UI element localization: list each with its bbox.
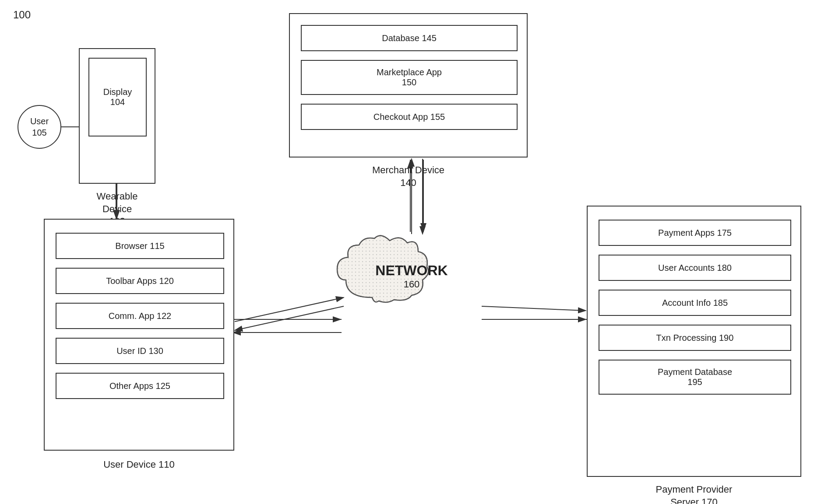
toolbar-apps-box: Toolbar Apps 120 (56, 268, 224, 294)
marketplace-app-box: Marketplace App150 (301, 60, 518, 95)
display-label: Display (103, 87, 132, 97)
checkout-app-label: Checkout App 155 (374, 112, 445, 122)
account-info-label: Account Info 185 (662, 298, 728, 308)
payment-database-label: Payment Database195 (658, 367, 732, 387)
database-label: Database 145 (382, 33, 437, 43)
user-accounts-label: User Accounts 180 (658, 263, 732, 273)
display-number: 104 (103, 97, 132, 107)
toolbar-apps-label: Toolbar Apps 120 (106, 276, 174, 286)
network-number: 160 (368, 279, 455, 290)
merchant-device-label: Merchant Device140 (307, 164, 510, 189)
merchant-device-box: Database 145 Marketplace App150 Checkout… (289, 13, 528, 158)
account-info-box: Account Info 185 (599, 290, 791, 316)
diagram: 100 User 105 Display 104 WearableDevice1… (0, 0, 821, 504)
network-label: NETWORK 160 (368, 262, 455, 290)
user-circle: User 105 (18, 105, 61, 149)
marketplace-app-label: Marketplace App150 (377, 67, 442, 88)
user-id-box: User ID 130 (56, 338, 224, 364)
svg-line-13 (235, 298, 344, 322)
wearable-device-box: Display 104 (79, 48, 155, 184)
checkout-app-box: Checkout App 155 (301, 104, 518, 130)
payment-apps-label: Payment Apps 175 (658, 228, 732, 238)
database-box: Database 145 (301, 25, 518, 51)
user-id-label: User ID 130 (116, 346, 163, 356)
user-device-box: Browser 115 Toolbar Apps 120 Comm. App 1… (44, 219, 234, 451)
svg-line-17 (482, 306, 586, 311)
payment-database-box: Payment Database195 (599, 360, 791, 395)
browser-label: Browser 115 (115, 241, 164, 251)
payment-provider-box: Payment Apps 175 User Accounts 180 Accou… (587, 206, 801, 477)
txn-processing-label: Txn Processing 190 (656, 333, 734, 343)
payment-provider-label: Payment ProviderServer 170 (595, 483, 793, 504)
diagram-ref: 100 (13, 9, 31, 21)
user-device-label: User Device 110 (61, 458, 217, 471)
other-apps-box: Other Apps 125 (56, 373, 224, 399)
user-label: User (30, 116, 49, 127)
other-apps-label: Other Apps 125 (109, 381, 170, 391)
network-text: NETWORK (368, 262, 455, 279)
txn-processing-box: Txn Processing 190 (599, 325, 791, 351)
user-number: 105 (30, 127, 49, 138)
browser-box: Browser 115 (56, 233, 224, 259)
user-accounts-box: User Accounts 180 (599, 255, 791, 281)
comm-app-label: Comm. App 122 (109, 311, 171, 321)
svg-line-14 (235, 306, 344, 330)
payment-apps-box: Payment Apps 175 (599, 220, 791, 246)
display-box: Display 104 (88, 58, 147, 136)
comm-app-box: Comm. App 122 (56, 303, 224, 329)
